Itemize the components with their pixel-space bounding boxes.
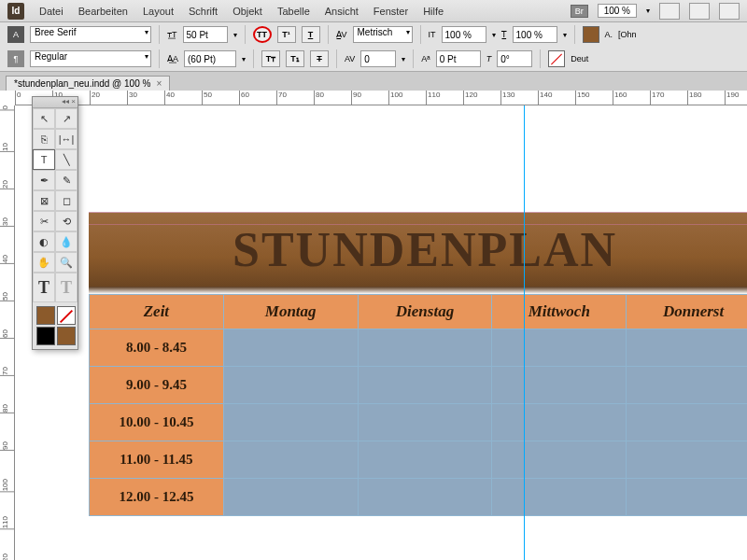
type-tool[interactable]: T [33,149,55,170]
zoom-tool[interactable]: 🔍 [55,252,78,273]
rectangle-tool[interactable]: ◻ [55,190,78,211]
stroke-type-indicator[interactable]: T [55,273,78,302]
menu-fenster[interactable]: Fenster [374,6,408,17]
time-cell[interactable]: 10.00 - 10.45 [90,404,224,441]
cell[interactable] [627,329,747,367]
gap-tool[interactable]: |↔| [55,129,78,149]
cell[interactable] [358,441,492,479]
font-size-field[interactable]: 50 Pt [183,26,228,43]
table-row: 12.00 - 12.45 [90,479,748,516]
page-tool[interactable]: ⎘ [33,129,55,149]
selection-tool[interactable]: ↖ [33,108,55,129]
apply-color[interactable] [57,327,76,345]
menu-layout[interactable]: Layout [143,6,174,17]
menu-tabelle[interactable]: Tabelle [277,6,310,17]
menu-ansicht[interactable]: Ansicht [325,6,359,17]
cell[interactable] [358,479,492,516]
cell[interactable] [492,367,627,404]
kerning-icon: A̲V [336,30,347,39]
pen-tool[interactable]: ✒ [33,170,55,190]
vscale-field[interactable]: 100 % [442,26,486,43]
superscript-button[interactable]: T¹ [277,26,296,43]
cell[interactable] [223,479,358,516]
fill-type-indicator[interactable]: T [33,273,55,302]
table-row: 8.00 - 8.45 [90,329,748,367]
header-mittwoch[interactable]: Mittwoch [492,295,627,329]
zoom-level[interactable]: 100 % [598,4,637,18]
guide-vertical[interactable] [524,105,525,560]
document-tab[interactable]: *stundenplan_neu.indd @ 100 % × [6,76,170,91]
time-cell[interactable]: 11.00 - 11.45 [90,441,224,479]
menu-hilfe[interactable]: Hilfe [423,6,444,17]
baseline-field[interactable]: 0 Pt [436,50,481,67]
text-fill-swatch[interactable] [583,26,599,43]
cell[interactable] [358,329,492,367]
font-family-select[interactable]: Bree Serif [30,26,151,43]
gradient-swatch-tool[interactable]: ◐ [33,231,55,252]
all-caps-button[interactable]: TT [253,26,272,43]
menu-schrift[interactable]: Schrift [189,6,218,17]
arrange-icon[interactable] [719,3,740,20]
language-select[interactable]: Deut [571,54,588,63]
char-format-icon[interactable]: A [7,26,24,43]
menu-objekt[interactable]: Objekt [233,6,262,17]
cell[interactable] [492,329,627,367]
cell[interactable] [627,367,747,404]
hand-tool[interactable]: ✋ [33,252,55,273]
view-options-icon[interactable] [659,3,680,20]
menu-datei[interactable]: Datei [39,6,63,17]
menu-bearbeiten[interactable]: Bearbeiten [78,6,128,17]
cell[interactable] [223,441,358,479]
title-banner[interactable]: STUNDENPLAN [89,212,747,287]
default-colors[interactable] [36,327,55,345]
underline-button[interactable]: T [302,26,320,43]
screen-mode-icon[interactable] [689,3,710,20]
bridge-button[interactable]: Br [571,5,588,18]
font-style-select[interactable]: Regular [30,50,151,67]
eyedropper-tool[interactable]: 💧 [55,231,78,252]
pencil-tool[interactable]: ✎ [55,170,78,190]
cell[interactable] [358,367,492,404]
cell[interactable] [223,367,358,404]
cell[interactable] [223,404,358,441]
skew-field[interactable]: 0° [497,50,532,67]
tracking-field[interactable]: 0 [360,50,396,67]
cell[interactable] [627,441,747,479]
kerning-select[interactable]: Metrisch [353,26,413,43]
hscale-field[interactable]: 100 % [513,26,557,43]
cell[interactable] [358,404,492,441]
scissors-tool[interactable]: ✂ [33,211,55,231]
header-zeit[interactable]: Zeit [90,295,224,329]
fill-color-swatch[interactable] [36,306,55,325]
subscript-button[interactable]: T₁ [286,50,304,67]
cell[interactable] [492,479,627,516]
rectangle-frame-tool[interactable]: ⊠ [33,190,55,211]
menubar: Id Datei Bearbeiten Layout Schrift Objek… [0,0,747,22]
close-tab-icon[interactable]: × [156,78,162,89]
para-format-icon[interactable]: ¶ [7,50,24,67]
text-stroke-swatch[interactable] [548,50,565,67]
strikethrough-button[interactable]: T [310,50,329,67]
header-montag[interactable]: Montag [223,295,358,329]
cell[interactable] [627,479,747,516]
header-dienstag[interactable]: Dienstag [358,295,492,329]
header-donnerstag[interactable]: Donnerst [627,295,747,329]
cell[interactable] [223,329,358,367]
tracking-icon: AV [345,54,355,63]
char-style-value[interactable]: [Ohn [618,30,637,39]
tools-panel-header[interactable]: ◂◂ × [33,97,78,108]
small-caps-button[interactable]: Tᴛ [261,50,280,67]
time-cell[interactable]: 8.00 - 8.45 [90,329,224,367]
cell[interactable] [627,404,747,441]
transform-tool[interactable]: ⟲ [55,211,78,231]
time-cell[interactable]: 9.00 - 9.45 [90,367,224,404]
vertical-ruler: 0102030405060708090100110120 [0,105,15,560]
direct-selection-tool[interactable]: ↗ [55,108,78,129]
stroke-color-swatch[interactable] [57,306,76,325]
cell[interactable] [492,404,627,441]
time-cell[interactable]: 12.00 - 12.45 [90,479,224,516]
line-tool[interactable]: ╲ [55,149,78,170]
cell[interactable] [492,441,627,479]
leading-field[interactable]: (60 Pt) [184,50,236,67]
schedule-table[interactable]: Zeit Montag Dienstag Mittwoch Donnerst 8… [89,294,747,516]
